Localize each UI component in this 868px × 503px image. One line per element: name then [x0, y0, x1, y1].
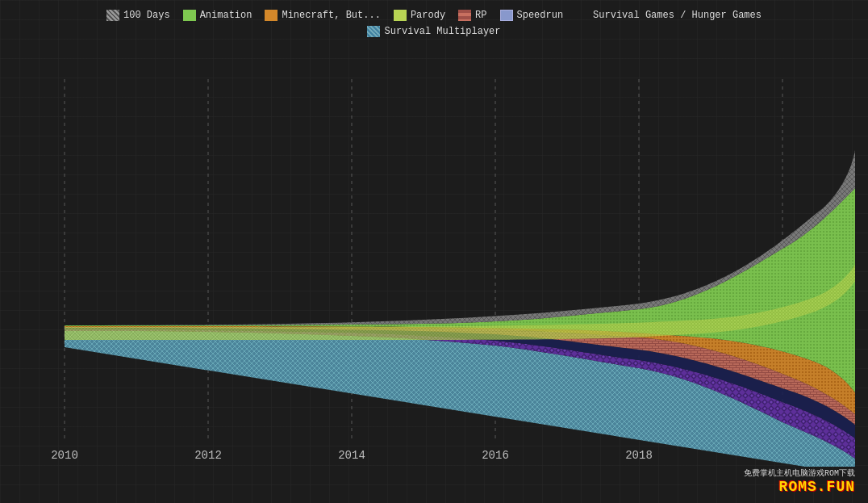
x-label-2016: 2016 [482, 449, 509, 462]
legend-item-minecraft-but: Minecraft, But... [265, 10, 380, 21]
legend-item-speedrun: Speedrun [500, 10, 564, 21]
legend-item-animation: Animation [183, 10, 252, 21]
legend-swatch-100days [106, 10, 119, 21]
legend-swatch-parody [394, 10, 407, 21]
legend-item-survival-multi: Survival Multiplayer [367, 26, 500, 37]
chart-legend: 100 Days Animation Minecraft, But... Par… [71, 10, 797, 37]
streamgraph-chart: 2010 2012 2014 2016 2018 [0, 63, 868, 467]
legend-item-survival-games: Survival Games / Hunger Games [576, 10, 762, 21]
legend-swatch-speedrun [500, 10, 513, 21]
legend-item-parody: Parody [394, 10, 445, 21]
legend-swatch-minecraft-but [265, 10, 278, 21]
legend-swatch-survival-multi [367, 26, 380, 37]
legend-swatch-rp [458, 10, 471, 21]
x-label-2012: 2012 [194, 449, 222, 462]
legend-swatch-survival-games [576, 10, 589, 21]
x-label-2018: 2018 [625, 449, 653, 462]
x-label-2014: 2014 [338, 449, 365, 462]
watermark: 免费掌机主机电脑游戏ROM下载 ROMS.FUN [744, 467, 855, 495]
watermark-line1: 免费掌机主机电脑游戏ROM下载 [744, 467, 855, 479]
legend-item-100days: 100 Days [106, 10, 170, 21]
legend-item-rp: RP [458, 10, 486, 21]
watermark-line2: ROMS.FUN [744, 479, 855, 495]
legend-swatch-animation [183, 10, 196, 21]
x-label-2010: 2010 [51, 449, 78, 462]
